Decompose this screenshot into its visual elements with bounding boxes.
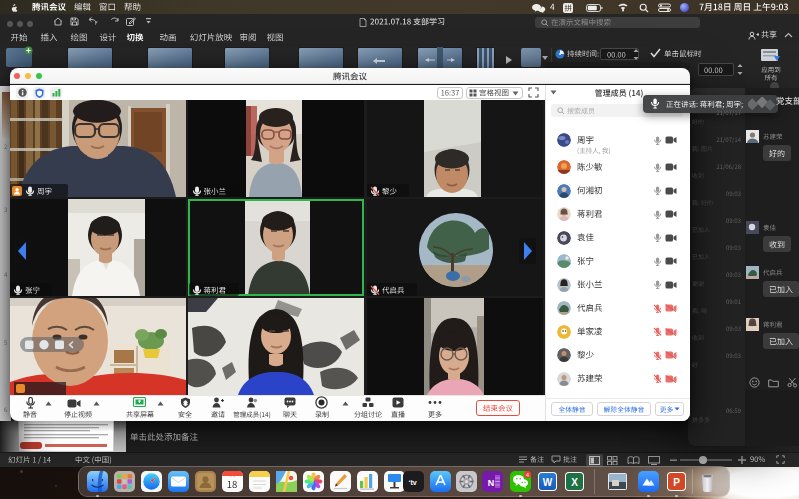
svg-text:N: N (487, 477, 494, 487)
svg-text:W: W (542, 477, 552, 488)
svg-text:tv: tv (410, 478, 416, 485)
svg-text:4: 4 (525, 472, 528, 478)
svg-text:P: P (673, 477, 680, 488)
svg-text:X: X (571, 477, 578, 488)
